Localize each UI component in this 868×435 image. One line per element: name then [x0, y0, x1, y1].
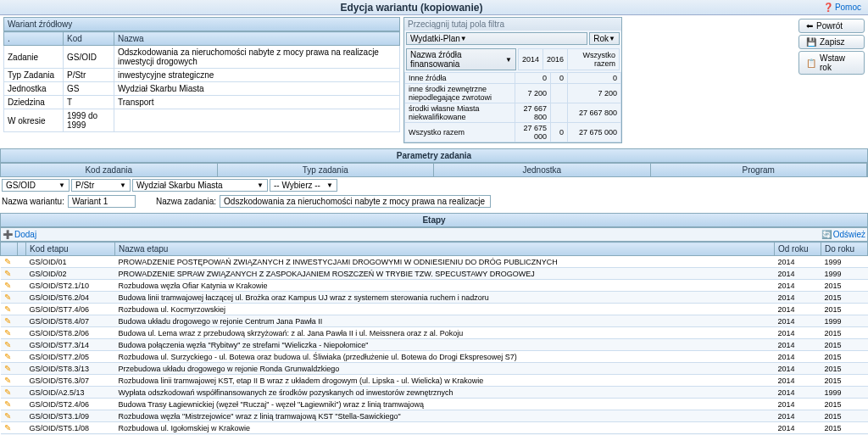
back-label: Powrót: [816, 21, 843, 31]
variant-name-input[interactable]: [68, 195, 136, 208]
param-combo-1[interactable]: P/Str▼: [71, 179, 131, 192]
filter-drag-area[interactable]: Przeciągnij tutaj pola filtra: [404, 18, 621, 31]
etap-row[interactable]: ✎GS/OID/ST8.4/07Budowa układu drogowego …: [1, 315, 868, 327]
col-nazwa-etapu[interactable]: Nazwa etapu: [115, 243, 775, 256]
col-od-roku[interactable]: Od roku: [775, 243, 821, 256]
etap-row[interactable]: ✎GS/OID/ST5.1/08Rozbudowa ul. Igołomskie…: [1, 422, 868, 434]
edit-icon[interactable]: ✎: [4, 423, 11, 432]
param-header: Jednostka: [434, 164, 651, 176]
save-button[interactable]: 💾 Zapisz: [798, 35, 865, 49]
etap-row[interactable]: ✎GS/OID/ST7.2/05Rozbudowa ul. Surzyckieg…: [1, 351, 868, 363]
etap-row[interactable]: ✎GS/OID/ST3.1/09Rozbudowa węzła "Mistrze…: [1, 410, 868, 422]
param-header: Typ zadania: [218, 164, 435, 176]
etap-row[interactable]: ✎GS/OID/ST8.2/06Budowa ul. Lema wraz z p…: [1, 327, 868, 339]
filter-data-row: Inne źródła000: [405, 73, 621, 84]
param-combo-2[interactable]: Wydział Skarbu Miasta▼: [132, 179, 268, 192]
param-header: Program: [651, 164, 868, 176]
edit-icon[interactable]: ✎: [4, 257, 11, 266]
edit-icon[interactable]: ✎: [4, 364, 11, 373]
wydatki-filter[interactable]: Wydatki-Plan ▼: [406, 32, 587, 45]
year-header[interactable]: 2014: [519, 49, 543, 70]
edit-icon[interactable]: ✎: [4, 411, 11, 421]
filter-data-row: inne środki zewnętrzne niepodlegające zw…: [405, 84, 621, 103]
col-kod[interactable]: Kod: [64, 32, 114, 46]
edit-icon[interactable]: ✎: [4, 340, 11, 349]
edit-icon[interactable]: ✎: [4, 281, 11, 290]
variant-info-table: . Kod Nazwa ZadanieGS/OIDOdszkodowania z…: [3, 31, 400, 132]
etap-row[interactable]: ✎GS/OID/A2.5/13Wypłata odszkodowań współ…: [1, 387, 868, 399]
back-button[interactable]: ⬅ Powrót: [798, 19, 865, 33]
add-button[interactable]: ➕ Dodaj: [3, 230, 36, 239]
etapy-title: Etapy: [0, 213, 868, 227]
etap-row[interactable]: ✎GS/OID/ST2.4/06Budowa Trasy Łagiewnicki…: [1, 399, 868, 410]
etap-row[interactable]: ✎GS/OID/ST2.1/10Rozbudowa węzła Ofiar Ka…: [1, 280, 868, 292]
edit-icon[interactable]: ✎: [4, 328, 11, 337]
param-combo-3[interactable]: -- Wybierz --▼: [270, 179, 337, 192]
variant-panel-title: Wariant źródłowy: [3, 17, 400, 31]
etap-row[interactable]: ✎GS/OID/01PROWADZENIE POSTĘPOWAŃ ZWIĄZAN…: [1, 256, 868, 268]
etap-row[interactable]: ✎GS/OID/ST6.3/07Rozbudowa linii tramwajo…: [1, 375, 868, 387]
edit-icon[interactable]: ✎: [4, 399, 11, 409]
etapy-table: Kod etapu Nazwa etapu Od roku Do roku ✎G…: [0, 242, 868, 435]
variant-row: JednostkaGSWydział Skarbu Miasta: [4, 82, 400, 96]
variant-row: ZadanieGS/OIDOdszkodowania za nieruchomo…: [4, 46, 400, 69]
edit-icon[interactable]: ✎: [4, 388, 11, 397]
variant-name-label: Nazwa wariantu:: [2, 197, 64, 206]
help-label: Pomoc: [835, 3, 861, 12]
task-name-input[interactable]: [220, 195, 491, 208]
edit-icon[interactable]: ✎: [4, 376, 11, 385]
params-title: Parametry zadania: [0, 148, 868, 163]
insert-year-button[interactable]: 📋 Wstaw rok: [798, 51, 865, 75]
col-nazwa[interactable]: Nazwa: [114, 32, 400, 46]
edit-icon[interactable]: ✎: [4, 269, 11, 278]
page-title: Edycja wariantu (kopiowanie): [0, 2, 823, 14]
variant-row: Typ ZadaniaP/Strinwestycyjne strategiczn…: [4, 69, 400, 82]
etap-row[interactable]: ✎GS/OID/ST7.3/14Budowa połączenia węzła …: [1, 339, 868, 351]
col-kod-etapu[interactable]: Kod etapu: [26, 243, 115, 256]
insert-year-label: Wstaw rok: [820, 53, 857, 72]
param-header: Kod zadania: [1, 164, 218, 176]
param-combo-0[interactable]: GS/OID▼: [2, 179, 70, 192]
task-name-label: Nazwa zadania:: [156, 197, 216, 206]
edit-icon[interactable]: ✎: [4, 304, 11, 314]
edit-icon[interactable]: ✎: [4, 316, 11, 326]
edit-icon[interactable]: ✎: [4, 293, 11, 302]
col-dot[interactable]: .: [4, 32, 64, 46]
filter-data-row: środki własne Miasta niekwalifikowane27 …: [405, 103, 621, 123]
etap-row[interactable]: ✎GS/OID/02PROWADZENIE SPRAW ZWIĄZANYCH Z…: [1, 268, 868, 280]
source-filter[interactable]: Nazwa źródła finansowania ▼: [406, 48, 516, 70]
help-link[interactable]: ❓ Pomoc: [823, 3, 861, 12]
rok-filter[interactable]: Rok ▼: [589, 32, 620, 45]
variant-row: DziedzinaTTransport: [4, 96, 400, 109]
year-header[interactable]: 2016: [543, 49, 568, 70]
variant-row: W okresie1999 do 1999: [4, 109, 400, 132]
etap-row[interactable]: ✎GS/OID/ST6.2/04Budowa linii tramwajowej…: [1, 292, 868, 304]
year-header[interactable]: Wszystko razem: [568, 49, 620, 70]
col-do-roku[interactable]: Do roku: [821, 243, 868, 256]
edit-icon[interactable]: ✎: [4, 352, 11, 361]
save-label: Zapisz: [820, 37, 844, 47]
etap-row[interactable]: ✎GS/OID/ST8.3/13Przebudowa układu drogow…: [1, 363, 868, 375]
refresh-button[interactable]: 🔄 Odśwież: [821, 230, 865, 239]
filter-data-row: Wszystko razem27 675 000027 675 000: [405, 123, 621, 142]
etap-row[interactable]: ✎GS/OID/ST7.4/06Rozbudowa ul. Kocmyrzows…: [1, 304, 868, 315]
